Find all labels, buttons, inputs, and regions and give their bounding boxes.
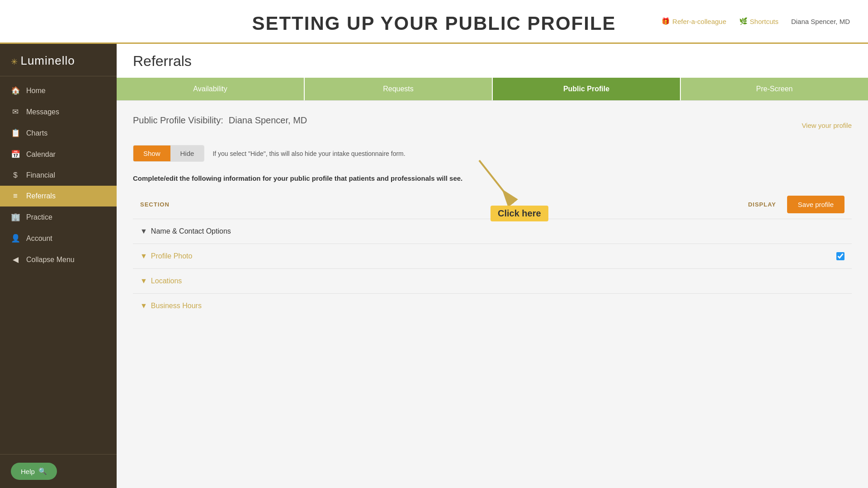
visibility-row: Show Hide If you select "Hide", this wil… — [133, 145, 852, 162]
charts-icon: 📋 — [11, 128, 20, 138]
section-label-business-hours: Business Hours — [151, 302, 844, 310]
dollar-icon: $ — [11, 171, 20, 180]
sidebar-item-home[interactable]: 🏠 Home — [0, 80, 117, 101]
help-label: Help — [21, 468, 35, 475]
tab-availability[interactable]: Availability — [117, 78, 305, 100]
top-banner: SETTING UP YOUR PUBLIC PROFILE 🎁 Refer-a… — [0, 0, 868, 44]
show-button[interactable]: Show — [133, 145, 170, 161]
sidebar-label-home: Home — [26, 87, 46, 95]
tabs-bar: Availability Requests Public Profile Pre… — [117, 78, 868, 100]
sidebar-label-messages: Messages — [26, 108, 59, 116]
sidebar-label-practice: Practice — [26, 213, 52, 221]
main-content: Referrals Availability Requests Public P… — [117, 44, 868, 488]
tab-pre-screen[interactable]: Pre-Screen — [681, 78, 868, 100]
section-label-locations: Locations — [151, 277, 844, 285]
gift-icon: 🎁 — [661, 17, 670, 25]
sidebar-item-referrals[interactable]: ≡ Referrals — [0, 186, 117, 206]
sidebar-label-collapse: Collapse Menu — [26, 256, 75, 264]
chevron-locations-icon: ▼ — [140, 277, 147, 285]
calendar-icon: 📅 — [11, 150, 20, 159]
leaf-icon: 🌿 — [739, 17, 748, 25]
sidebar-nav: 🏠 Home ✉ Messages 📋 Charts 📅 Calendar $ … — [0, 76, 117, 454]
section-profile-photo: ▼ Profile Photo — [133, 244, 852, 268]
sidebar-label-charts: Charts — [26, 129, 47, 137]
profile-photo-checkbox[interactable] — [836, 252, 844, 260]
section-name-contact: ▼ Name & Contact Options — [133, 219, 852, 244]
visibility-title: Public Profile Visibility: Diana Spencer… — [133, 114, 307, 126]
logo-text: Luminello — [20, 54, 75, 67]
section-label-profile-photo: Profile Photo — [151, 252, 836, 260]
sidebar-item-financial[interactable]: $ Financial — [0, 165, 117, 186]
section-label-name-contact: Name & Contact Options — [151, 227, 844, 235]
chevron-business-hours-icon: ▼ — [140, 302, 147, 310]
sidebar-item-account[interactable]: 👤 Account — [0, 228, 117, 249]
chevron-name-contact-icon: ▼ — [140, 227, 147, 235]
sidebar-label-calendar: Calendar — [26, 150, 56, 159]
search-icon: 🔍 — [38, 467, 47, 475]
sidebar-label-referrals: Referrals — [26, 192, 56, 200]
section-locations: ▼ Locations — [133, 268, 852, 293]
logo-sun-icon: ✳ — [11, 57, 18, 67]
tab-requests[interactable]: Requests — [305, 78, 493, 100]
layout: ✳ Luminello 🏠 Home ✉ Messages 📋 Charts 📅… — [0, 44, 868, 488]
refer-colleague-link[interactable]: 🎁 Refer-a-colleague — [661, 17, 726, 25]
sidebar-label-financial: Financial — [26, 171, 55, 179]
shortcuts-link[interactable]: 🌿 Shortcuts — [739, 17, 778, 25]
description-text: Complete/edit the following information … — [133, 174, 852, 182]
user-name: Diana Spencer, MD — [791, 18, 850, 25]
page-header: Referrals Availability Requests Public P… — [117, 44, 868, 101]
referrals-icon: ≡ — [11, 192, 20, 201]
sidebar-bottom: Help 🔍 — [0, 454, 117, 488]
col-section-label: SECTION — [140, 201, 704, 208]
top-nav-right: 🎁 Refer-a-colleague 🌿 Shortcuts Diana Sp… — [661, 17, 850, 25]
collapse-icon: ◀ — [11, 255, 20, 264]
sidebar-item-practice[interactable]: 🏢 Practice — [0, 206, 117, 228]
save-profile-button[interactable]: Save profile — [787, 196, 844, 213]
sidebar-item-charts[interactable]: 📋 Charts — [0, 122, 117, 144]
tab-public-profile[interactable]: Public Profile — [493, 78, 681, 100]
sidebar-item-messages[interactable]: ✉ Messages — [0, 101, 117, 122]
visibility-note: If you select "Hide", this will also hid… — [212, 150, 405, 157]
help-button[interactable]: Help 🔍 — [11, 463, 57, 480]
sidebar-item-collapse[interactable]: ◀ Collapse Menu — [0, 249, 117, 270]
col-display-label: DISPLAY — [704, 201, 776, 208]
sidebar: ✳ Luminello 🏠 Home ✉ Messages 📋 Charts 📅… — [0, 44, 117, 488]
account-icon: 👤 — [11, 234, 20, 243]
view-profile-link[interactable]: View your profile — [802, 122, 852, 129]
hide-button[interactable]: Hide — [170, 145, 204, 161]
table-header: SECTION DISPLAY Save profile — [133, 192, 852, 217]
content-area: Public Profile Visibility: Diana Spencer… — [117, 101, 868, 332]
practice-icon: 🏢 — [11, 212, 20, 222]
sidebar-label-account: Account — [26, 235, 52, 243]
toggle-group: Show Hide — [133, 145, 204, 162]
chevron-profile-photo-icon: ▼ — [140, 252, 147, 260]
section-business-hours: ▼ Business Hours — [133, 293, 852, 318]
messages-icon: ✉ — [11, 107, 20, 117]
page-title: Referrals — [133, 53, 852, 70]
sidebar-item-calendar[interactable]: 📅 Calendar — [0, 144, 117, 165]
home-icon: 🏠 — [11, 86, 20, 95]
logo-area: ✳ Luminello — [0, 44, 117, 76]
